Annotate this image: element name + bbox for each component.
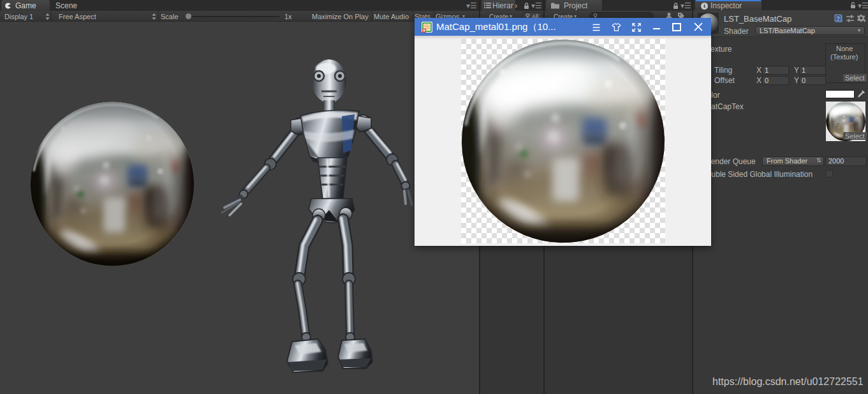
svg-text:?: ?: [836, 15, 839, 22]
